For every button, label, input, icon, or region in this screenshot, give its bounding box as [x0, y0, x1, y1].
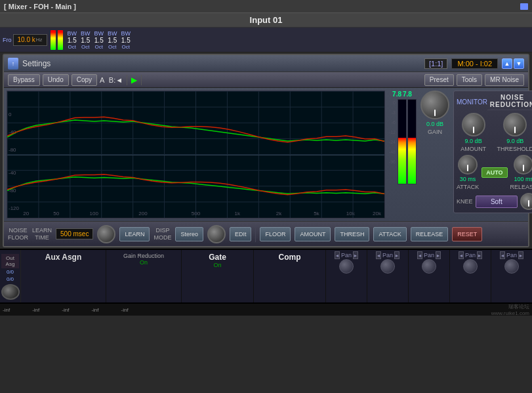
pan-item-1: ◄ Pan ►	[326, 250, 367, 302]
stereo-button[interactable]: Stereo	[175, 227, 203, 241]
freq-label-pre: Fro	[3, 37, 12, 43]
pan-controls-2: ◄ Pan ►	[376, 251, 399, 259]
mr-noise-button[interactable]: MR Noise	[485, 74, 524, 86]
pan-knob-3[interactable]	[422, 259, 436, 274]
gain-reduction-section: Gain Reduction On	[106, 250, 182, 302]
eq-freq-display[interactable]: 10.0 k Hz	[13, 34, 47, 46]
plugin-name: Settings	[22, 59, 424, 68]
pan-right-arrow-3[interactable]: ►	[436, 251, 441, 259]
bw-item-5: BW 1.5 Oct	[121, 30, 131, 50]
learn-time-label2: TIME	[35, 234, 49, 241]
thresh-button[interactable]: THRESH	[335, 227, 369, 241]
mixer-close-button[interactable]	[520, 3, 528, 10]
pan-item-3: ◄ Pan ►	[409, 250, 450, 302]
plugin-bottom: NOISE FLOOR LEARN TIME 500 msec LEARN DI…	[4, 221, 528, 246]
arrow-up-btn[interactable]: ▲	[502, 58, 512, 69]
play-button[interactable]: ▶	[131, 75, 137, 85]
nr-knobs-row: 9.0 dB AMOUNT 9.0 dB THRESHOLD	[457, 113, 532, 152]
bottom-sep-1	[255, 226, 256, 242]
pan-knob-1[interactable]	[339, 259, 354, 274]
toolbar-separator-2	[141, 75, 142, 85]
pan-label-4: Pan	[465, 252, 476, 259]
gain-label: GAIN	[428, 129, 442, 135]
bw-item-3: BW 1.5 Oct	[94, 30, 104, 50]
knee-knob[interactable]	[520, 193, 532, 210]
pan-row: ◄ Pan ► ◄ Pan ► ◄ Pan ►	[326, 250, 532, 302]
io-display-1: 0/0	[1, 268, 19, 276]
pan-knob-2[interactable]	[380, 259, 395, 274]
edit-button[interactable]: EDIt	[230, 227, 252, 241]
toolbar-right: Preset Tools MR Noise	[424, 74, 524, 86]
mixer-title: [ Mixer - FOH - Main ]	[4, 3, 76, 10]
amount-knob[interactable]	[462, 113, 485, 136]
pan-left-arrow-1[interactable]: ◄	[335, 251, 340, 259]
disp-mode-group: DISP MODE	[153, 227, 171, 241]
plugin-titlebar: ↑ Settings [1:1] M:00 - I:02 ▲ ▼	[4, 55, 528, 72]
pan-left-arrow-2[interactable]: ◄	[376, 251, 381, 259]
toolbar-separator-1	[127, 75, 127, 85]
gate-title: Gate	[209, 253, 226, 262]
noise-floor-label-group: NOISE FLOOR	[8, 227, 28, 241]
plugin-toolbar: Bypass Undo Copy A B:◄ ▶ Preset Tools MR…	[4, 72, 528, 88]
on-label-2: On	[213, 262, 221, 268]
pan-controls-4: ◄ Pan ►	[459, 251, 482, 259]
pan-right-arrow-4[interactable]: ►	[477, 251, 482, 259]
tools-button[interactable]: Tools	[457, 74, 482, 86]
pan-controls-3: ◄ Pan ►	[417, 251, 441, 259]
threshold-knob-indicator	[514, 127, 516, 133]
release-label: RELEASE	[510, 184, 532, 190]
main-level-knob[interactable]	[1, 284, 20, 300]
meter-left-fill	[398, 138, 406, 184]
meter-bars: 0 -3 -6 -12 -24 -48 -96	[388, 99, 417, 184]
bypass-button[interactable]: Bypass	[8, 74, 40, 86]
copy-button[interactable]: Copy	[72, 74, 97, 86]
gain-reduction-title: Gain Reduction	[123, 253, 164, 259]
auto-button[interactable]: AUTO	[481, 167, 507, 178]
watermark: 瑞客论坛 www.ruike1.com	[491, 303, 529, 316]
plugin-right-panel: 7.8 7.8 0 -3 -6 -12 -24 -48 -96	[388, 91, 525, 218]
amount-button[interactable]: AMOUNT	[295, 227, 331, 241]
arrow-down-btn[interactable]: ▼	[514, 58, 524, 69]
pan-right-arrow-1[interactable]: ►	[353, 251, 358, 259]
pan-right-arrow-2[interactable]: ►	[394, 251, 399, 259]
bw-item-2: BW 1.5 Oct	[81, 30, 91, 50]
reset-button[interactable]: RESET	[452, 227, 482, 241]
release-knob[interactable]	[514, 155, 532, 175]
plugin-main: 20 50 100 200 500 1k 2k 5k 10k 20k 0 -40…	[4, 88, 528, 221]
plugin-window: ↑ Settings [1:1] M:00 - I:02 ▲ ▼ Bypass …	[3, 54, 529, 247]
meter-left-val: 7.8	[392, 91, 401, 98]
plugin-icon: ↑	[8, 58, 18, 70]
attack-knob-indicator	[467, 165, 468, 171]
gain-value: 0.0 dB	[426, 121, 443, 127]
meters-gain-section: 7.8 7.8 0 -3 -6 -12 -24 -48 -96	[388, 91, 525, 213]
pan-left-arrow-3[interactable]: ◄	[417, 251, 422, 259]
learn-time-knob[interactable]	[97, 225, 115, 243]
pan-knob-5[interactable]	[504, 259, 519, 274]
pan-left-arrow-5[interactable]: ◄	[500, 251, 505, 259]
noise-floor-label: NOISE	[9, 227, 28, 234]
pan-label-2: Pan	[382, 252, 393, 259]
attack-knob[interactable]	[458, 155, 478, 175]
soft-button[interactable]: Soft	[476, 196, 518, 208]
comp-title: Comp	[279, 253, 301, 262]
learn-button[interactable]: LEARN	[119, 227, 150, 241]
pan-item-2: ◄ Pan ►	[367, 250, 409, 302]
side-number-panel: Out Asg 0/0 0/0	[0, 250, 21, 302]
threshold-knob[interactable]	[503, 113, 527, 136]
undo-button[interactable]: Undo	[43, 74, 69, 86]
mode-knob[interactable]	[207, 225, 226, 243]
pan-right-arrow-5[interactable]: ►	[518, 251, 523, 259]
floor-button[interactable]: FLOOR	[260, 227, 291, 241]
attack-bottom-button[interactable]: ATTACK	[373, 227, 406, 241]
preset-button[interactable]: Preset	[424, 74, 454, 86]
gain-knob[interactable]	[420, 91, 449, 119]
pan-knob-4[interactable]	[463, 259, 478, 274]
release-knob-indicator	[523, 165, 524, 171]
gate-section: Gate On	[182, 250, 254, 302]
out-asg-label: Out Asg	[1, 254, 19, 268]
release-bottom-button[interactable]: RELEASE	[411, 227, 449, 241]
pan-item-4: ◄ Pan ►	[450, 250, 491, 302]
aux-asgn-section: Aux Asgn	[21, 250, 106, 302]
on-label-1: On	[140, 259, 148, 266]
pan-left-arrow-4[interactable]: ◄	[459, 251, 464, 259]
